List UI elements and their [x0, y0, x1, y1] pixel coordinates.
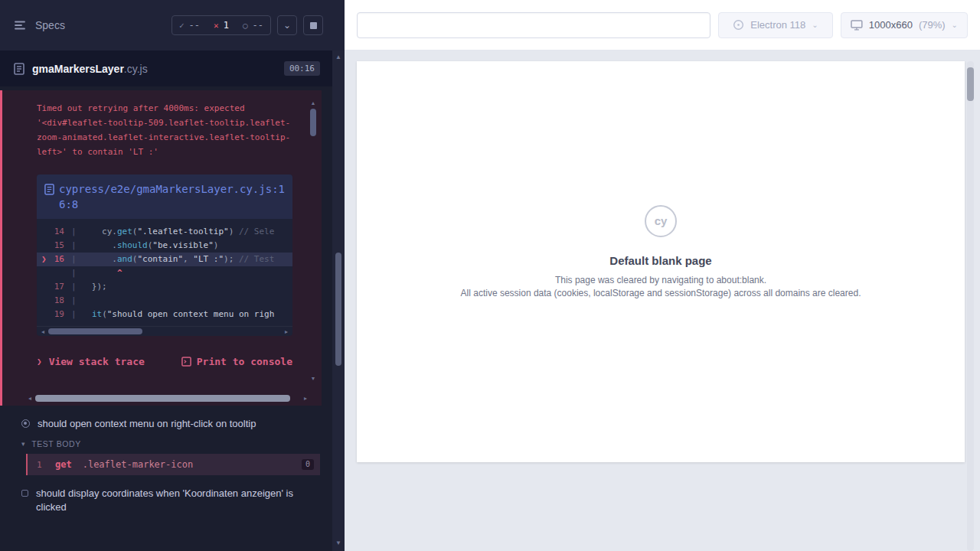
scrollbar-thumb[interactable]: [335, 253, 341, 366]
test-queued-icon: [21, 490, 28, 497]
scrollbar-thumb[interactable]: [310, 109, 316, 136]
code-line: 14| cy.get(".leaflet-tooltip") // Sele: [37, 225, 292, 239]
test-title: should open context menu on right-click …: [38, 417, 256, 431]
error-message: Timed out retrying after 4000ms: expecte…: [37, 101, 294, 159]
scrollbar-track[interactable]: [34, 395, 302, 402]
viewport-size: 1000x660: [869, 19, 913, 31]
blank-page-subline-2: All active session data (cookies, localS…: [461, 288, 861, 298]
command-method: get: [55, 459, 72, 470]
stop-tests-button[interactable]: [303, 15, 323, 35]
scroll-left-icon[interactable]: ◂: [39, 328, 47, 335]
console-icon: [181, 357, 191, 367]
file-icon: [44, 184, 54, 195]
blank-page-content: cy Default blank page This page was clea…: [461, 205, 861, 301]
blank-page-title: Default blank page: [461, 254, 861, 267]
error-vertical-scrollbar[interactable]: ▲ ▼: [309, 99, 317, 383]
code-line: | ^: [37, 266, 292, 280]
test-body-toggle[interactable]: ▾ TEST BODY: [21, 439, 320, 448]
view-stack-trace-label: View stack trace: [49, 356, 145, 367]
test-item-coordinates[interactable]: should display coordinates when 'Koordin…: [21, 487, 320, 514]
aut-iframe: cy Default blank page This page was clea…: [357, 61, 965, 462]
viewport-scale: (79%): [919, 19, 946, 31]
reporter-header: Specs ✓ -- ✕ 1 ○ -- ⌄: [0, 0, 332, 51]
reporter-scrollbar[interactable]: ▲ ▼: [332, 0, 345, 551]
check-icon: ✓: [179, 21, 185, 31]
reporter-sidebar: Specs ✓ -- ✕ 1 ○ -- ⌄: [0, 0, 332, 551]
spec-duration-badge: 00:16: [284, 61, 320, 76]
test-running-icon: [21, 419, 30, 428]
code-frame-file-path: cypress/e2e/gmaMarkersLayer.cy.js:16:8: [59, 181, 286, 212]
chevron-down-icon: ⌄: [283, 20, 291, 31]
cypress-runner-app: Specs ✓ -- ✕ 1 ○ -- ⌄: [0, 0, 980, 551]
failed-count: 1: [224, 20, 229, 31]
spec-name: gmaMarkersLayer.cy.js: [32, 63, 148, 75]
viewport-selector[interactable]: 1000x660 (79%) ⌄: [841, 12, 968, 38]
spec-name-base: gmaMarkersLayer: [32, 63, 124, 75]
pending-count: --: [253, 20, 263, 31]
spec-file-icon: [14, 63, 24, 75]
scroll-up-icon[interactable]: ▲: [311, 99, 316, 107]
scrollbar-thumb[interactable]: [967, 67, 974, 101]
spec-header[interactable]: gmaMarkersLayer.cy.js 00:16: [0, 51, 332, 86]
code-line: 18|: [37, 294, 292, 308]
scroll-left-icon[interactable]: ◂: [26, 395, 34, 402]
view-stack-trace-button[interactable]: ❯ View stack trace: [37, 356, 145, 367]
error-code-frame: cypress/e2e/gmaMarkersLayer.cy.js:16:8 1…: [37, 174, 292, 336]
browser-selector[interactable]: Electron 118 ⌄: [718, 12, 833, 38]
code-lines: 14| cy.get(".leaflet-tooltip") // Sele15…: [37, 219, 292, 326]
command-count-badge: 0: [302, 459, 314, 470]
code-line: 15| .should("be.visible"): [37, 239, 292, 253]
stop-icon: [310, 22, 317, 29]
stat-passed: ✓ --: [172, 20, 207, 31]
print-to-console-label: Print to console: [197, 356, 292, 367]
cypress-logo: cy: [645, 205, 677, 237]
code-line: 17| });: [37, 280, 292, 294]
blank-page-subline-1: This page was cleared by navigating to a…: [461, 275, 861, 285]
scroll-down-icon[interactable]: ▼: [311, 375, 316, 383]
test-stats: ✓ -- ✕ 1 ○ --: [172, 15, 271, 35]
scroll-up-icon[interactable]: ▲: [332, 54, 345, 60]
specs-title: Specs: [35, 19, 65, 31]
scroll-down-icon[interactable]: ▼: [332, 540, 345, 546]
collapse-tests-button[interactable]: ⌄: [277, 15, 297, 35]
viewport-icon: [851, 20, 863, 31]
reporter-body: Timed out retrying after 4000ms: expecte…: [0, 86, 332, 551]
fail-x-icon: ✕: [214, 21, 219, 31]
caret-down-icon: ▾: [21, 440, 25, 448]
url-input[interactable]: [357, 12, 710, 38]
scroll-right-icon[interactable]: ▸: [283, 328, 290, 335]
test-error-region: Timed out retrying after 4000ms: expecte…: [0, 90, 322, 406]
chevron-right-icon: ❯: [37, 357, 42, 367]
test-item-context-menu[interactable]: should open context menu on right-click …: [21, 417, 320, 431]
cypress-logo-text: cy: [655, 214, 668, 227]
error-horizontal-scrollbar[interactable]: ◂ ▸: [26, 393, 309, 403]
passed-count: --: [189, 20, 200, 31]
spec-name-ext: .cy.js: [124, 63, 148, 75]
specs-list-icon[interactable]: [14, 20, 26, 31]
aut-stage: cy Default blank page This page was clea…: [345, 51, 980, 551]
runner-main: Electron 118 ⌄ 1000x660 (79%) ⌄ cy D: [345, 0, 980, 551]
command-number: 1: [37, 460, 55, 470]
pending-circle-icon: ○: [243, 21, 248, 31]
scrollbar-thumb[interactable]: [35, 395, 290, 402]
stat-pending: ○ --: [236, 20, 270, 31]
test-title: should display coordinates when 'Koordin…: [36, 487, 309, 514]
aut-scrollbar[interactable]: [967, 61, 974, 551]
command-message: .leaflet-marker-icon: [83, 459, 194, 470]
scroll-right-icon[interactable]: ▸: [302, 395, 309, 402]
url-toolbar: Electron 118 ⌄ 1000x660 (79%) ⌄: [345, 0, 980, 51]
test-body-label: TEST BODY: [31, 439, 81, 448]
browser-name: Electron 118: [750, 19, 805, 31]
code-line: ❯16| .and("contain", "LT :"); // Test: [37, 253, 292, 266]
stat-failed: ✕ 1: [207, 20, 236, 31]
chevron-down-icon: ⌄: [952, 21, 958, 29]
print-to-console-button[interactable]: Print to console: [181, 356, 292, 367]
electron-browser-icon: [733, 19, 744, 31]
chevron-down-icon: ⌄: [812, 21, 818, 29]
code-frame-horizontal-scrollbar[interactable]: ◂ ▸: [37, 326, 292, 336]
scrollbar-thumb[interactable]: [48, 328, 142, 334]
scrollbar-track[interactable]: [47, 328, 283, 334]
code-frame-file-link[interactable]: cypress/e2e/gmaMarkersLayer.cy.js:16:8: [37, 174, 292, 219]
code-line: 19| it("should open context menu on righ: [37, 308, 292, 321]
command-log-entry[interactable]: 1 get .leaflet-marker-icon 0: [26, 454, 320, 475]
